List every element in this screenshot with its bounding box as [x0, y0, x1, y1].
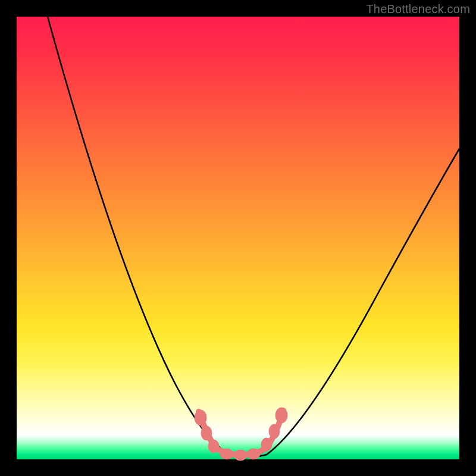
- chart-frame: TheBottleneck.com: [0, 0, 476, 476]
- curve-left-arm: [48, 17, 226, 452]
- curve-right-arm: [267, 149, 459, 455]
- bottleneck-curve: [17, 17, 459, 459]
- watermark-text: TheBottleneck.com: [366, 2, 470, 16]
